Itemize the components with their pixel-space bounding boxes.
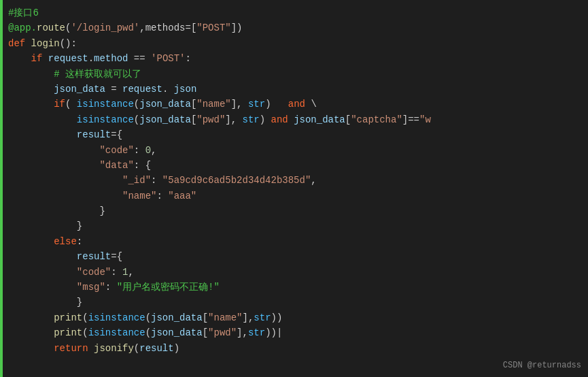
code-token: def xyxy=(8,36,31,51)
code-token: ( xyxy=(65,97,77,112)
code-token: json_data xyxy=(151,310,203,325)
code-token xyxy=(8,188,122,203)
code-token: [ xyxy=(345,112,351,127)
code-token: "code" xyxy=(99,143,133,158)
code-token: isinstance xyxy=(77,97,134,112)
code-token: json xyxy=(174,82,197,97)
code-token: )) xyxy=(271,310,283,325)
code-token: result xyxy=(77,249,111,264)
code-token: json_data xyxy=(54,82,105,97)
code-line: if( isinstance(json_data["name"], str) a… xyxy=(0,97,588,112)
code-token: return xyxy=(54,341,94,356)
code-token: print xyxy=(54,310,82,325)
code-token: : xyxy=(186,51,191,66)
code-token: 1 xyxy=(122,265,128,280)
code-token: isinstance xyxy=(88,310,145,325)
code-token: str xyxy=(254,310,271,325)
code-line: #接口6 xyxy=(0,5,588,20)
code-line: result={ xyxy=(0,249,588,264)
code-token: ( xyxy=(145,310,151,325)
code-token: '/login_pwd' xyxy=(71,20,139,35)
code-line: json_data = request. json xyxy=(0,82,588,97)
code-token: isinstance xyxy=(77,112,134,127)
code-line: "name": "aaa" xyxy=(0,188,588,203)
code-line: } xyxy=(0,203,588,218)
code-token: json_data xyxy=(139,112,191,127)
code-token xyxy=(8,127,77,142)
code-token: result xyxy=(77,127,111,142)
code-token: "_id" xyxy=(122,173,151,188)
code-token: = xyxy=(105,82,122,97)
code-token: "w xyxy=(419,112,431,127)
code-token: ( xyxy=(145,325,151,340)
code-token: jsonify xyxy=(94,341,134,356)
code-line: print(isinstance(json_data["name"],str)) xyxy=(0,310,588,325)
code-token: str xyxy=(243,112,260,127)
code-token: "msg" xyxy=(77,280,105,295)
code-token: ], xyxy=(243,310,254,325)
code-token: : xyxy=(77,234,82,249)
code-token: @app. xyxy=(8,20,37,35)
code-line: "code": 0, xyxy=(0,143,588,158)
code-token: : xyxy=(134,143,145,158)
watermark: CSDN @returnadss xyxy=(503,361,581,370)
code-token xyxy=(8,97,54,112)
code-token: #接口6 xyxy=(8,5,39,20)
code-token: ) xyxy=(265,97,288,112)
code-token: ], xyxy=(237,325,248,340)
code-token xyxy=(8,249,77,264)
code-token: 'POST' xyxy=(151,51,185,66)
code-token: if xyxy=(31,51,48,66)
code-token: else xyxy=(54,234,77,249)
code-token: ={ xyxy=(111,127,122,142)
code-token: ( xyxy=(82,310,88,325)
code-token: json_data xyxy=(294,112,345,127)
code-token: [ xyxy=(203,325,208,340)
code-token: [ xyxy=(191,97,196,112)
code-token: ]== xyxy=(402,112,419,127)
code-token xyxy=(8,234,54,249)
code-editor: #接口6 @app.route('/login_pwd',methods=["P… xyxy=(0,0,588,377)
code-token: "POST" xyxy=(196,20,230,35)
code-token xyxy=(8,265,77,280)
code-token xyxy=(8,280,77,295)
code-token: ,methods=[ xyxy=(139,20,196,35)
code-token: (): xyxy=(60,36,77,51)
code-token: "name" xyxy=(122,188,156,203)
code-token xyxy=(8,173,122,188)
code-line: def login(): xyxy=(0,36,588,51)
code-line: } xyxy=(0,295,588,310)
code-token: : xyxy=(151,173,162,188)
code-line: result={ xyxy=(0,127,588,142)
code-token: \ xyxy=(305,97,317,112)
code-token: if xyxy=(54,97,65,112)
code-token: "pwd" xyxy=(196,112,225,127)
code-token: } xyxy=(8,295,82,310)
code-token: ], xyxy=(231,97,248,112)
code-token: 0 xyxy=(145,143,151,158)
code-token: : xyxy=(156,188,168,203)
code-token: ) xyxy=(260,112,271,127)
code-token xyxy=(8,82,54,97)
code-token: . xyxy=(162,82,174,97)
code-token: ( xyxy=(65,20,71,35)
code-token xyxy=(8,158,99,173)
code-token: [ xyxy=(203,310,208,325)
code-token: login xyxy=(31,36,60,51)
code-token xyxy=(8,310,54,325)
code-token: "pwd" xyxy=(208,325,237,340)
code-token: ) xyxy=(174,341,179,356)
code-token: , xyxy=(128,265,133,280)
code-token: ], xyxy=(225,112,242,127)
code-line: "_id": "5a9cd9c6ad5b2d34d42b385d", xyxy=(0,173,588,188)
code-token: isinstance xyxy=(88,325,145,340)
code-line: return jsonify(result) xyxy=(0,341,588,356)
code-token: # 这样获取就可以了 xyxy=(54,67,141,82)
code-token xyxy=(8,143,99,158)
code-token: : xyxy=(111,265,122,280)
code-token: result xyxy=(139,341,173,356)
code-token: == xyxy=(128,51,151,66)
code-token: ={ xyxy=(111,249,122,264)
code-token: } xyxy=(8,218,82,233)
code-line: @app.route('/login_pwd',methods=["POST"]… xyxy=(0,20,588,35)
